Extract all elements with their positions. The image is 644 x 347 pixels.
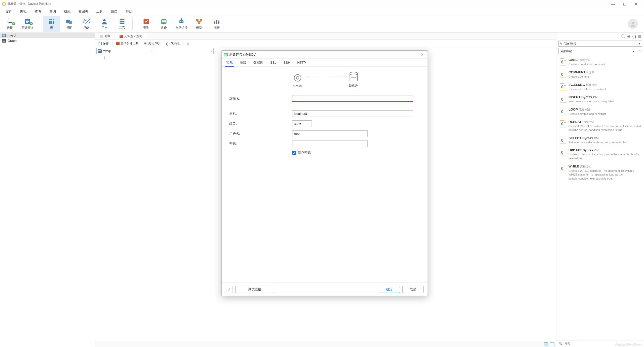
snippet-description: Create a WHILE construct. The statement … bbox=[569, 169, 641, 181]
menu-help[interactable]: 帮助 bbox=[122, 8, 136, 15]
cancel-button[interactable]: 取消 bbox=[402, 286, 424, 293]
snippet-category: 流程控制 bbox=[580, 165, 591, 168]
svg-point-15 bbox=[181, 18, 182, 19]
dialog-tab-database[interactable]: 数据库 bbox=[252, 59, 264, 66]
dialog-close-button[interactable]: ✕ bbox=[419, 52, 426, 57]
refresh-icon[interactable]: ↻ bbox=[637, 49, 642, 54]
builder-icon bbox=[116, 42, 120, 45]
tags-select[interactable]: 全部标签 bbox=[558, 48, 636, 54]
table-icon bbox=[48, 18, 55, 25]
port-input[interactable] bbox=[292, 120, 312, 127]
select-value: mysql bbox=[103, 49, 110, 53]
save-password-checkbox-group: 保存密码 bbox=[292, 151, 311, 155]
navicat-node: ◎ Navicat bbox=[291, 72, 304, 88]
password-input[interactable] bbox=[292, 141, 368, 147]
menu-file[interactable]: 文件 bbox=[2, 8, 16, 15]
tool-user[interactable]: 用户 bbox=[96, 16, 113, 32]
menu-favorites[interactable]: 收藏夹 bbox=[74, 8, 92, 15]
tool-model[interactable]: 模型 bbox=[190, 16, 208, 32]
snippet-item[interactable]: SELECT SyntaxDMLRetrieve rows selected f… bbox=[556, 134, 644, 146]
snippet-item[interactable]: COMMENTS注释Create a comment bbox=[556, 68, 644, 81]
snippet-icon bbox=[560, 58, 566, 65]
tool-function[interactable]: f(x) 函数 bbox=[78, 16, 96, 32]
tool-connect[interactable]: + 连接 bbox=[1, 16, 19, 32]
dialog-tab-general[interactable]: 常规 bbox=[225, 59, 234, 67]
view-mode-grid-icon[interactable] bbox=[544, 342, 548, 346]
menu-edit[interactable]: 编辑 bbox=[16, 8, 31, 15]
tool-backup[interactable]: 备份 bbox=[155, 16, 173, 32]
tool-new-query[interactable]: + 新建查询 bbox=[19, 16, 36, 32]
query-builder-button[interactable]: 查询创建工具 bbox=[113, 40, 141, 47]
snippet-category: 流程控制 bbox=[583, 120, 594, 123]
snippet-item[interactable]: INSERT SyntaxDMLInsert new rows into an … bbox=[556, 93, 644, 105]
snippet-item[interactable]: REPEAT流程控制Create A REPEAT construct. The… bbox=[556, 118, 644, 134]
snippet-item[interactable]: IF...ELSE...流程控制Create a IF...ELSE... co… bbox=[556, 81, 644, 93]
snippet-item[interactable]: CASE流程控制Create a conditional construct bbox=[556, 56, 644, 68]
database-select[interactable] bbox=[156, 48, 214, 54]
menu-query[interactable]: 查询 bbox=[45, 8, 60, 15]
menu-format[interactable]: 格式 bbox=[60, 8, 74, 15]
query-tool-more[interactable]: ▯ bbox=[184, 41, 191, 46]
braces-icon[interactable]: ( ) bbox=[632, 34, 636, 39]
connection-item-oracle[interactable]: Oracle bbox=[0, 38, 95, 43]
snippet-item[interactable]: UPDATE SyntaxDMLUpdates columns of exist… bbox=[556, 146, 644, 162]
dialog-expand-button[interactable]: ⤢ bbox=[226, 286, 233, 293]
dialog-tab-advanced[interactable]: 高级 bbox=[239, 59, 247, 66]
snippet-category: 流程控制 bbox=[579, 58, 590, 61]
menu-view[interactable]: 查看 bbox=[31, 8, 45, 15]
conn-name-input[interactable] bbox=[292, 95, 413, 102]
snippet-icon bbox=[560, 96, 566, 103]
tool-chart[interactable]: 图表 bbox=[208, 16, 225, 32]
minimize-button[interactable]: — bbox=[607, 0, 619, 8]
view-mode-detail-icon[interactable] bbox=[550, 342, 554, 346]
tab-objects[interactable]: 对象 bbox=[95, 33, 115, 40]
menu-window[interactable]: 窗口 bbox=[107, 8, 122, 15]
connection-select[interactable]: mysql bbox=[96, 48, 154, 54]
robot-icon bbox=[178, 18, 185, 25]
eye-icon[interactable]: ◉ bbox=[627, 34, 630, 39]
tool-label: 图表 bbox=[214, 26, 220, 30]
form-row-save-pwd: 保存密码 bbox=[229, 151, 420, 155]
avatar-icon[interactable] bbox=[628, 19, 638, 29]
save-password-label: 保存密码 bbox=[298, 151, 311, 155]
tool-table[interactable]: 表 bbox=[43, 16, 60, 32]
beautify-icon: ✱ bbox=[144, 42, 147, 45]
snippet-item[interactable]: LOOP流程控制Create a simple loop construct bbox=[556, 106, 644, 118]
user-input[interactable] bbox=[292, 130, 368, 137]
close-button[interactable]: ✕ bbox=[630, 0, 642, 8]
maximize-button[interactable]: ▢ bbox=[619, 0, 630, 8]
tool-other[interactable]: 其它 bbox=[113, 16, 131, 32]
conn-name-label: 连接名: bbox=[229, 96, 292, 101]
menu-tools[interactable]: 工具 bbox=[92, 8, 107, 15]
code-segment-button[interactable]: ()代码段 bbox=[164, 40, 182, 47]
tool-label: 模型 bbox=[196, 26, 202, 30]
svg-rect-20 bbox=[216, 20, 217, 24]
tab-label: 无标题 - 查询 bbox=[124, 34, 142, 39]
tool-view[interactable]: 视图 bbox=[60, 16, 78, 32]
tool-auto-run[interactable]: 自动运行 bbox=[173, 16, 190, 32]
snippet-item[interactable]: WHILE流程控制Create a WHILE construct. The s… bbox=[556, 162, 644, 183]
my-connections-select[interactable]: ✎ 我的连接 bbox=[558, 41, 642, 47]
snippet-description: Retrieve rows selected from one or more … bbox=[569, 141, 641, 144]
save-button[interactable]: 保存 bbox=[96, 40, 111, 47]
divider bbox=[183, 41, 183, 46]
host-input[interactable] bbox=[292, 110, 413, 117]
dialog-tab-ssh[interactable]: SSH bbox=[283, 59, 291, 66]
test-connection-button[interactable]: 测试连接 bbox=[235, 286, 274, 293]
grid-icon[interactable]: ▦ bbox=[638, 34, 641, 39]
beautify-sql-button[interactable]: ✱美化 SQL bbox=[141, 40, 164, 47]
ok-button[interactable]: 确定 bbox=[379, 286, 400, 293]
tool-label: 用户 bbox=[101, 26, 107, 30]
line-gutter: 1 bbox=[95, 55, 107, 347]
dialog-tabs: 常规 高级 数据库 SSL SSH HTTP bbox=[222, 59, 428, 67]
dialog-tab-ssl[interactable]: SSL bbox=[269, 59, 278, 66]
info-icon[interactable]: ⓘ bbox=[621, 34, 625, 39]
connection-item-mysql[interactable]: mysql bbox=[0, 33, 95, 38]
tool-query[interactable]: 查询 bbox=[137, 16, 155, 32]
dialog-tab-http[interactable]: HTTP bbox=[296, 59, 307, 66]
plus-badge-icon: + bbox=[12, 22, 15, 25]
svg-rect-18 bbox=[198, 22, 200, 24]
tab-query[interactable]: 无标题 - 查询 bbox=[115, 33, 147, 40]
save-password-checkbox[interactable] bbox=[292, 151, 296, 155]
snippet-list: CASE流程控制Create a conditional constructCO… bbox=[556, 55, 644, 340]
